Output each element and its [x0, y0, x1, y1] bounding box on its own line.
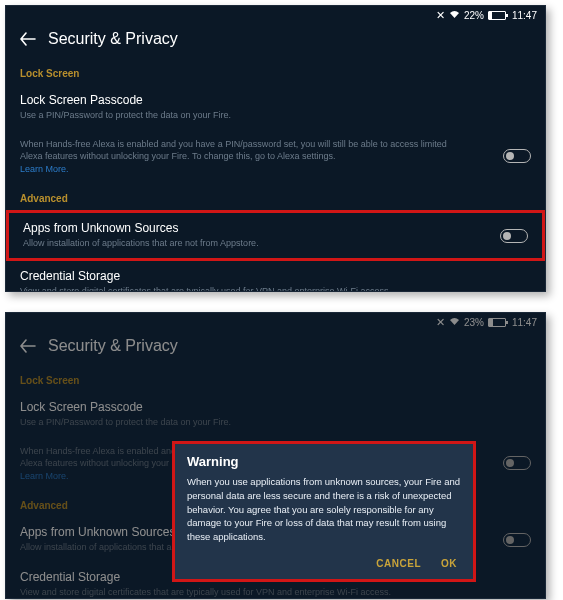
page-title: Security & Privacy [48, 337, 178, 355]
dialog-buttons: CANCEL OK [175, 554, 473, 579]
back-arrow-icon [20, 338, 36, 354]
learn-more-link[interactable]: Learn More. [20, 164, 69, 174]
row-title: Lock Screen Passcode [20, 400, 531, 414]
screenshot-2: ✕ 23% 11:47 Security & Privacy Lock Scre… [5, 312, 546, 599]
row-desc: Use a PIN/Password to protect the data o… [20, 416, 450, 429]
battery-percent: 22% [464, 10, 484, 21]
row-alexa-note: When Hands-free Alexa is enabled and you… [6, 130, 545, 184]
battery-icon [488, 318, 506, 327]
toggle-lockscreen[interactable] [503, 149, 531, 163]
page-title: Security & Privacy [48, 30, 178, 48]
wifi-off-icon: ✕ [436, 316, 445, 329]
dialog-title: Warning [175, 444, 473, 475]
back-arrow-icon[interactable] [20, 31, 36, 47]
row-title: Credential Storage [20, 269, 531, 283]
toggle-lockscreen [503, 456, 531, 470]
status-bar: ✕ 22% 11:47 [436, 9, 539, 22]
row-credential-storage[interactable]: Credential Storage View and store digita… [6, 261, 545, 292]
row-desc: Use a PIN/Password to protect the data o… [20, 109, 450, 122]
wifi-off-icon: ✕ [436, 9, 445, 22]
section-label-lockscreen: Lock Screen [6, 58, 545, 85]
learn-more-link: Learn More. [20, 471, 69, 481]
cancel-button[interactable]: CANCEL [376, 558, 421, 569]
row-lockscreen-passcode: Lock Screen Passcode Use a PIN/Password … [6, 392, 545, 437]
time-label: 11:47 [512, 10, 537, 21]
time-label: 11:47 [512, 317, 537, 328]
dialog-body: When you use applications from unknown s… [175, 475, 473, 554]
row-desc: View and store digital certificates that… [20, 285, 450, 292]
section-label-lockscreen: Lock Screen [6, 365, 545, 392]
row-desc: Allow installation of applications that … [23, 237, 453, 250]
ok-button[interactable]: OK [441, 558, 457, 569]
row-desc: View and store digital certificates that… [20, 586, 450, 599]
toggle-unknown-sources[interactable] [500, 229, 528, 243]
row-title: Apps from Unknown Sources [23, 221, 528, 235]
toggle-unknown-sources [503, 533, 531, 547]
row-unknown-sources[interactable]: Apps from Unknown Sources Allow installa… [6, 210, 545, 261]
row-desc: When Hands-free Alexa is enabled and you… [20, 138, 450, 176]
warning-dialog: Warning When you use applications from u… [172, 441, 476, 582]
wifi-icon [449, 10, 460, 21]
section-label-advanced: Advanced [6, 183, 545, 210]
alexa-note-text: When Hands-free Alexa is enabled and you… [20, 139, 447, 162]
battery-percent: 23% [464, 317, 484, 328]
battery-icon [488, 11, 506, 20]
wifi-icon [449, 317, 460, 328]
screenshot-1: ✕ 22% 11:47 Security & Privacy Lock Scre… [5, 5, 546, 292]
status-bar: ✕ 23% 11:47 [436, 316, 539, 329]
row-lockscreen-passcode[interactable]: Lock Screen Passcode Use a PIN/Password … [6, 85, 545, 130]
row-title: Lock Screen Passcode [20, 93, 531, 107]
